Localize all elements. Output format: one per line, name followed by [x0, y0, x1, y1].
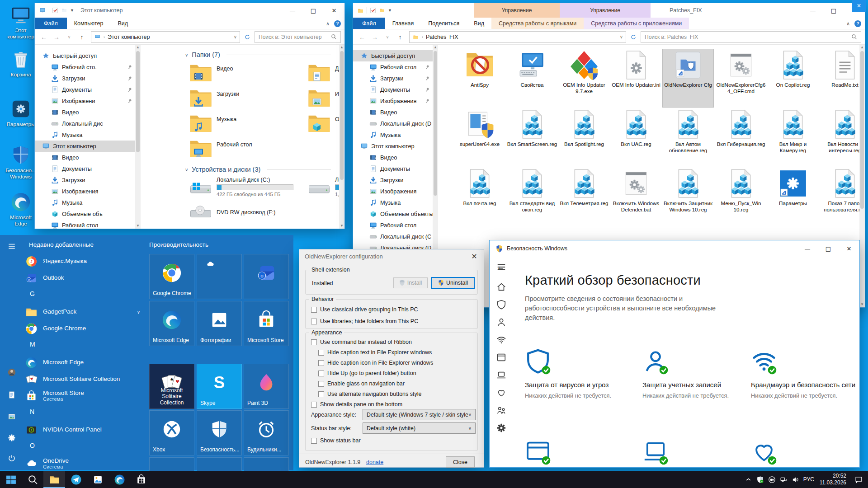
appearance-checkbox-5[interactable]: Use alternate navigation buttons style [318, 391, 421, 397]
rail-window[interactable] [496, 352, 506, 362]
file-explorer-button[interactable] [43, 471, 65, 488]
sidebar-item-7[interactable]: Музыка [353, 129, 433, 141]
start-tile-Google Chrome[interactable]: Google Chrome [149, 254, 194, 299]
tray-volume[interactable] [790, 471, 802, 488]
address-bar[interactable]: › Patches_FIX ∨ [409, 31, 626, 43]
close-button[interactable]: ✕ [324, 3, 344, 18]
start-tile-Microsoft Edge[interactable]: Microsoft Edge [149, 301, 194, 346]
sidebar-item-0[interactable]: Быстрый доступ [35, 50, 135, 61]
start-app-item[interactable]: ♥ Microsoft Solitaire Collection [25, 371, 146, 387]
action-center-icon[interactable] [852, 471, 865, 488]
sidebar-item-3[interactable]: Документы [35, 84, 135, 95]
file-item[interactable]: Вкл UAC.reg [611, 108, 661, 166]
menu-tab-3[interactable]: Вид [467, 18, 491, 29]
maximize-button[interactable]: □ [823, 3, 844, 18]
sidebar-item-13[interactable]: Музыка [35, 197, 135, 208]
security-card-2[interactable]: Брандмауэр и безопасность сетиНикаких де… [751, 348, 859, 399]
appearance-checkbox-0[interactable]: Use command bar instead of Ribbon [311, 339, 412, 345]
qat-properties-icon[interactable] [370, 7, 376, 14]
show-status-bar-checkbox[interactable]: Show status bar [311, 437, 361, 444]
menu-tab-0[interactable]: Файл [35, 18, 67, 29]
rail-person-outline[interactable] [496, 317, 506, 327]
file-item[interactable]: Вкл Микр и Камеру.reg [768, 108, 818, 166]
refresh-icon[interactable] [242, 32, 253, 42]
minimize-button[interactable]: — [797, 241, 818, 256]
sidebar-item-12[interactable]: Изображения [35, 186, 135, 197]
file-item[interactable]: Параметры [768, 168, 818, 225]
minimize-button[interactable]: — [802, 3, 823, 18]
search-button[interactable] [22, 471, 43, 488]
start-app-item[interactable]: GadgetPack ∨ [25, 304, 146, 320]
start-button[interactable] [0, 471, 22, 488]
sidebar-item-1[interactable]: Рабочий сто. [35, 61, 135, 73]
store-button[interactable] [130, 471, 152, 488]
search-icon[interactable] [331, 34, 337, 40]
back-button[interactable]: ← [357, 32, 368, 42]
desktop-icon-1[interactable]: Корзина [4, 49, 38, 78]
sidebar-item-15[interactable]: Рабочий стол [353, 220, 433, 231]
folder-item[interactable]: Рабочий стол [189, 139, 298, 159]
tray-defender-check[interactable] [755, 471, 766, 488]
dialog-close-button[interactable]: ✕ [465, 249, 484, 263]
sidebar-item-14[interactable]: Объемные объ [35, 208, 135, 220]
file-item[interactable]: Вкл SmartScreen.reg [507, 108, 557, 166]
address-dropdown-icon[interactable]: ∨ [620, 34, 623, 39]
sidebar-item-10[interactable]: Документы [353, 163, 433, 174]
start-app-item[interactable]: Microsoft StoreСистема [25, 388, 146, 404]
appearance-checkbox-4[interactable]: Enable glass on navigation bar [318, 380, 405, 387]
qat-dropdown-icon[interactable]: ▼ [70, 8, 74, 13]
file-item[interactable]: Вкл Телеметрия.reg [559, 168, 609, 225]
close-dialog-button[interactable]: Close [446, 456, 475, 468]
start-tile-Фотографии[interactable]: Фотографии [197, 301, 242, 346]
start-tile-blank[interactable] [197, 254, 242, 299]
devices-group-header[interactable]: ∨Устройства и диски (3) [185, 166, 331, 173]
appearance-checkbox-1[interactable]: Hide caption text in File Explorer windo… [318, 349, 432, 356]
file-item[interactable]: Показ 7 папок пользователя.reg [820, 168, 865, 225]
sidebar-item-7[interactable]: Музыка [35, 129, 135, 141]
sidebar-item-6[interactable]: Локальный диск (D [353, 118, 433, 129]
sidebar-item-11[interactable]: Загрузки [353, 174, 433, 186]
start-tile-Paint 3D[interactable]: Paint 3D [244, 364, 289, 409]
rail-menu[interactable] [496, 262, 506, 272]
file-item[interactable]: On Copilot.reg [768, 49, 818, 107]
desktop-icon-3[interactable]: Безопасно... Windows [4, 145, 38, 180]
qat-properties-icon[interactable] [52, 7, 58, 14]
title-manage-tab-0[interactable]: Управление [474, 3, 560, 18]
app-section-letter[interactable]: M [30, 341, 35, 348]
sidebar-item-13[interactable]: Музыка [353, 197, 433, 208]
tile-group-header[interactable]: Производительность [149, 241, 208, 248]
file-item[interactable]: OEM Info Updater.ini [611, 49, 661, 107]
refresh-icon[interactable] [628, 32, 639, 42]
title-manage-tab-1[interactable]: Управление [560, 3, 651, 18]
start-app-item[interactable]: OneDriveСистема [25, 455, 146, 472]
sidebar-item-2[interactable]: Загрузки [35, 73, 135, 84]
sidebar-item-8[interactable]: Этот компьютер [35, 141, 135, 152]
sidebar-item-6[interactable]: Локальный дис [35, 118, 135, 129]
desktop-icon-4[interactable]: Microsoft Edge [4, 192, 38, 227]
ribbon-collapse-icon[interactable]: ∧ [326, 21, 330, 27]
donate-link[interactable]: donate [366, 459, 383, 465]
sidebar-item-5[interactable]: Видео [353, 107, 433, 118]
start-tile-Microsoft Solitaire Collection[interactable]: ♠♥ Microsoft Solitaire Collection [149, 364, 194, 409]
app-section-letter[interactable]: O [30, 442, 35, 449]
start-rail-menu[interactable] [8, 242, 16, 250]
back-button[interactable]: ← [38, 32, 49, 42]
menu-tab-2[interactable]: Поделиться [421, 18, 467, 29]
status-bar-style-select[interactable]: Default style (white)∨ [363, 422, 476, 434]
sidebar-item-11[interactable]: Загрузки [35, 174, 135, 186]
sidebar-item-4[interactable]: Изображени [35, 95, 135, 107]
appearance-checkbox-6[interactable]: Show details pane on the bottom [311, 401, 402, 408]
recent-locations-icon[interactable]: ∨ [64, 32, 75, 42]
help-icon[interactable]: ? [334, 20, 341, 27]
ribbon-collapse-icon[interactable]: ∧ [846, 21, 850, 27]
security-card-1[interactable]: Защита учетных записейНикаких действий н… [642, 348, 751, 399]
behavior-checkbox-1[interactable]: Use libraries; hide folders from This PC [311, 318, 418, 324]
language-indicator[interactable]: РУС [803, 476, 814, 483]
behavior-checkbox-0[interactable]: Use classical drive grouping in This PC [311, 306, 418, 313]
start-rail-power[interactable] [8, 454, 16, 462]
security-card-bottom-1[interactable] [642, 438, 669, 465]
help-icon[interactable]: ? [854, 20, 861, 27]
start-app-item[interactable]: ♪ Яндекс.Музыка [25, 253, 146, 269]
maximize-button[interactable]: □ [818, 241, 839, 256]
sidebar-item-3[interactable]: Документы [353, 84, 433, 95]
